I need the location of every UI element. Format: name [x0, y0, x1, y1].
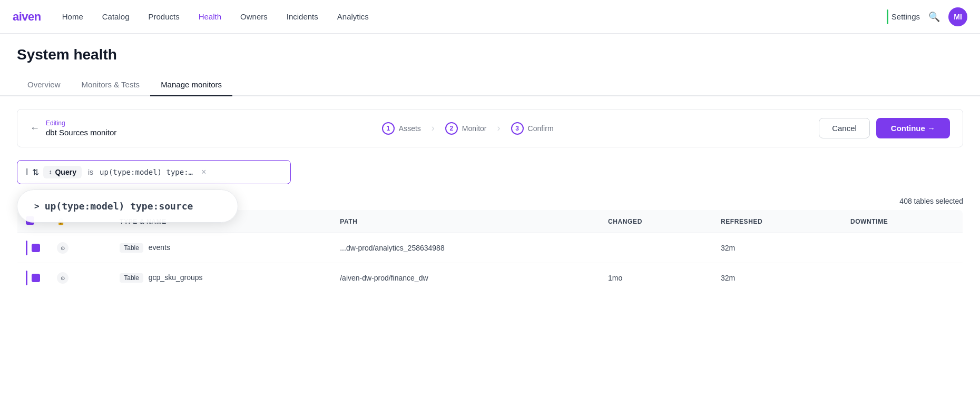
row-type-name-2: Table gcp_sku_groups	[111, 263, 331, 293]
query-tag-label: Query	[55, 168, 76, 176]
query-value: up(type:model) type:…	[100, 168, 193, 176]
nav-link-home[interactable]: Home	[62, 12, 83, 21]
row-select-1[interactable]	[17, 233, 49, 263]
row-changed-2: 1mo	[600, 263, 712, 293]
row-name-2: gcp_sku_groups	[149, 273, 203, 282]
dropdown-chevron-icon: >	[34, 201, 40, 211]
row-checkbox[interactable]	[32, 244, 40, 252]
search-row[interactable]: I ⇅ ↕ Query is up(type:model) type:… ×	[17, 160, 291, 184]
row-name-1: events	[149, 243, 170, 252]
nav-right: Settings 🔍 MI	[887, 7, 967, 26]
col-header-refreshed[interactable]: REFRESHED	[712, 210, 842, 233]
table-row: ⊙ Table gcp_sku_groups /aiven-dw-prod/fi…	[17, 263, 963, 293]
page-header: System health	[0, 34, 980, 63]
row-lock-1: ⊙	[48, 233, 111, 263]
row-indicator	[26, 241, 27, 255]
type-badge-2: Table	[120, 273, 143, 283]
row-checkbox[interactable]	[32, 274, 40, 282]
row-refreshed-2: 32m	[712, 263, 842, 293]
tab-manage-monitors[interactable]: Manage monitors	[150, 74, 232, 96]
editing-info: Editing dbt Sources monitor	[46, 119, 116, 137]
nav-link-health[interactable]: Health	[199, 12, 221, 21]
row-type-name-1: Table events	[111, 233, 331, 263]
query-is: is	[88, 168, 93, 176]
cancel-button[interactable]: Cancel	[819, 118, 870, 138]
row-downtime-2	[842, 263, 963, 293]
settings-bar-indicator	[887, 9, 888, 24]
content-area: ← Editing dbt Sources monitor 1 Assets ›…	[0, 96, 980, 306]
nav-bar: aiven Home Catalog Products Health Owner…	[0, 0, 980, 34]
step-confirm: 3 Confirm	[511, 122, 554, 135]
dropdown-value: up(type:model) type:source	[45, 201, 193, 212]
continue-button[interactable]: Continue →	[876, 118, 950, 138]
close-icon[interactable]: ×	[201, 167, 206, 177]
nav-link-owners[interactable]: Owners	[240, 12, 268, 21]
text-cursor-icon: I	[26, 167, 28, 177]
nav-links: Home Catalog Products Health Owners Inci…	[62, 12, 887, 21]
step-num-3: 3	[511, 122, 524, 135]
step-assets: 1 Assets	[382, 122, 421, 135]
dropdown-item[interactable]: > up(type:model) type:source	[34, 201, 221, 212]
step-label-assets: Assets	[399, 124, 421, 133]
row-select-2[interactable]	[17, 263, 49, 293]
search-icon[interactable]: 🔍	[928, 11, 940, 23]
tabs-bar: Overview Monitors & Tests Manage monitor…	[0, 74, 980, 96]
tag-icon: ↕	[48, 168, 52, 176]
editing-actions: Cancel Continue →	[819, 118, 950, 138]
nav-link-incidents[interactable]: Incidents	[287, 12, 318, 21]
tab-monitors-tests[interactable]: Monitors & Tests	[71, 74, 151, 96]
nav-link-products[interactable]: Products	[148, 12, 179, 21]
nav-logo[interactable]: aiven	[13, 10, 41, 24]
row-refreshed-1: 32m	[712, 233, 842, 263]
step-divider-2: ›	[497, 123, 501, 134]
table-body: ⊙ Table events ...dw-prod/analytics_2586…	[17, 233, 963, 293]
avatar[interactable]: MI	[948, 7, 967, 26]
editing-left: ← Editing dbt Sources monitor	[30, 119, 116, 137]
editing-bar: ← Editing dbt Sources monitor 1 Assets ›…	[17, 109, 963, 147]
steps-indicator: 1 Assets › 2 Monitor › 3 Confirm	[382, 122, 554, 135]
nav-link-analytics[interactable]: Analytics	[337, 12, 369, 21]
step-num-1: 1	[382, 122, 395, 135]
editing-label: Editing	[46, 119, 116, 127]
nav-link-catalog[interactable]: Catalog	[102, 12, 130, 21]
col-header-downtime[interactable]: DOWNTIME	[842, 210, 963, 233]
query-tag[interactable]: ↕ Query	[43, 166, 81, 178]
nav-settings[interactable]: Settings	[887, 9, 920, 24]
col-header-path[interactable]: PATH	[331, 210, 600, 233]
page-title: System health	[17, 46, 963, 63]
row-path-2: /aiven-dw-prod/finance_dw	[331, 263, 600, 293]
row-icon-2: ⊙	[57, 272, 68, 284]
step-monitor: 2 Monitor	[445, 122, 487, 135]
row-indicator	[26, 271, 27, 285]
row-path-1: ...dw-prod/analytics_258634988	[331, 233, 600, 263]
search-area: I ⇅ ↕ Query is up(type:model) type:… × >…	[17, 160, 963, 184]
row-changed-1	[600, 233, 712, 263]
search-dropdown[interactable]: > up(type:model) type:source	[17, 189, 238, 223]
step-divider-1: ›	[432, 123, 435, 134]
type-badge-1: Table	[120, 243, 143, 253]
step-num-2: 2	[445, 122, 458, 135]
step-label-confirm: Confirm	[528, 124, 554, 133]
settings-label: Settings	[891, 12, 920, 21]
step-label-monitor: Monitor	[462, 124, 487, 133]
row-lock-2: ⊙	[48, 263, 111, 293]
col-header-changed[interactable]: CHANGED	[600, 210, 712, 233]
table-row: ⊙ Table events ...dw-prod/analytics_2586…	[17, 233, 963, 263]
sort-icon: ⇅	[32, 167, 39, 177]
row-icon-1: ⊙	[57, 242, 68, 254]
tab-overview[interactable]: Overview	[17, 74, 71, 96]
editing-name: dbt Sources monitor	[46, 128, 116, 137]
back-button[interactable]: ←	[30, 123, 40, 134]
row-downtime-1	[842, 233, 963, 263]
selected-count: 408 tables selected	[899, 197, 963, 205]
